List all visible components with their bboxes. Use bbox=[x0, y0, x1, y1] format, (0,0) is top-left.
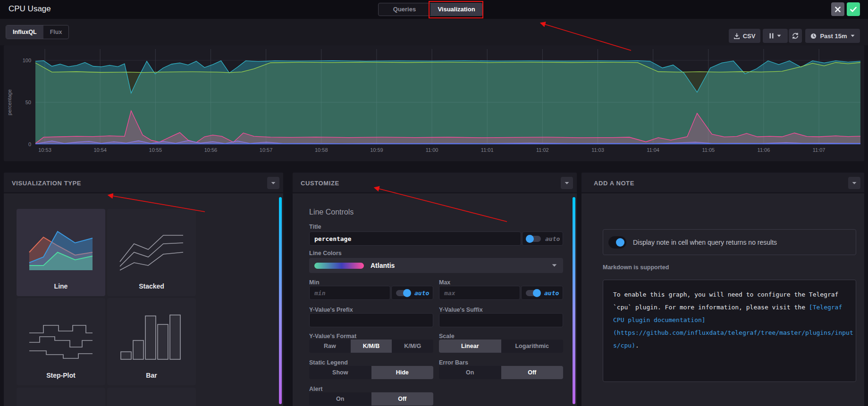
option-k-m-g[interactable]: K/M/G bbox=[392, 340, 433, 353]
close-icon bbox=[835, 7, 841, 12]
csv-download-button[interactable]: CSV bbox=[729, 29, 760, 43]
editor-tabs: QueriesVisualization bbox=[378, 3, 483, 16]
svg-text:11:04: 11:04 bbox=[647, 147, 659, 153]
add-note-panel: ADD A NOTE Display note in cell when que… bbox=[581, 173, 864, 406]
query-language-flux[interactable]: Flux bbox=[43, 25, 69, 39]
static-legend-label: Static Legend bbox=[309, 359, 348, 366]
note-plain-text: To enable this graph, you will need to c… bbox=[613, 291, 838, 311]
customize-header: CUSTOMIZE bbox=[293, 173, 577, 193]
pause-icon bbox=[769, 33, 774, 39]
option-k-m-b[interactable]: K/M/B bbox=[351, 340, 392, 353]
toggle-track bbox=[527, 236, 541, 242]
refresh-button[interactable] bbox=[789, 29, 802, 43]
svg-text:10:57: 10:57 bbox=[260, 147, 273, 153]
pause-refresh-dropdown-button[interactable] bbox=[763, 29, 788, 43]
viz-type-label: Bar bbox=[107, 372, 196, 379]
svg-text:percentage: percentage bbox=[7, 89, 12, 115]
chevron-down-icon bbox=[271, 182, 276, 185]
auto-label: auto bbox=[544, 290, 559, 297]
svg-text:11:00: 11:00 bbox=[426, 147, 438, 153]
time-series-chart[interactable]: 05010010:5310:5410:5510:5610:5710:5810:5… bbox=[4, 45, 864, 161]
title-input[interactable] bbox=[309, 232, 521, 246]
caret-down-icon bbox=[777, 34, 781, 37]
display-note-toggle[interactable] bbox=[608, 236, 626, 249]
chevron-down-icon bbox=[852, 182, 857, 185]
query-language-switcher: InfluxQLFlux bbox=[6, 25, 69, 39]
markdown-hint: Markdown is supported bbox=[603, 264, 669, 271]
option-logarithmic[interactable]: Logarithmic bbox=[501, 340, 564, 353]
option-off[interactable]: Off bbox=[371, 392, 434, 406]
caret-down-icon bbox=[851, 34, 855, 37]
chevron-down-icon bbox=[565, 182, 569, 185]
svg-text:10:59: 10:59 bbox=[370, 147, 383, 153]
close-button[interactable] bbox=[831, 2, 844, 16]
refresh-icon bbox=[792, 33, 799, 39]
selected-palette-label: Atlantis bbox=[371, 262, 395, 269]
y-value-format-segmented: RawK/M/BK/M/G bbox=[309, 340, 433, 353]
time-range-label: Past 15m bbox=[820, 33, 847, 40]
option-on[interactable]: On bbox=[439, 366, 501, 379]
viz-type-card-stacked[interactable]: Stacked bbox=[107, 209, 196, 296]
customize-panel: CUSTOMIZE Line Controls Title auto Line … bbox=[293, 173, 577, 406]
csv-button-label: CSV bbox=[743, 33, 756, 40]
visualization-type-panel: VISUALIZATION TYPE Line Stacked bbox=[4, 173, 283, 406]
min-auto-toggle[interactable]: auto bbox=[391, 286, 433, 300]
collapse-panel-button[interactable] bbox=[267, 177, 279, 189]
line-colors-dropdown[interactable]: Atlantis bbox=[309, 258, 563, 273]
max-auto-toggle[interactable]: auto bbox=[521, 286, 563, 300]
y-prefix-label: Y-Value's Prefix bbox=[309, 307, 353, 313]
tab-visualization[interactable]: Visualization bbox=[430, 3, 482, 16]
y-suffix-input[interactable] bbox=[439, 313, 563, 327]
tab-queries[interactable]: Queries bbox=[379, 3, 430, 16]
query-language-influxql[interactable]: InfluxQL bbox=[6, 25, 43, 39]
svg-text:10:54: 10:54 bbox=[93, 147, 107, 153]
svg-text:0: 0 bbox=[28, 141, 31, 147]
alert-label: Alert bbox=[309, 386, 322, 392]
option-raw[interactable]: Raw bbox=[309, 340, 351, 353]
download-icon bbox=[734, 33, 740, 39]
y-prefix-input[interactable] bbox=[309, 313, 433, 327]
auto-label: auto bbox=[414, 290, 429, 297]
title-field-label: Title bbox=[309, 224, 321, 230]
toggle-knob bbox=[616, 238, 624, 247]
viz-type-card-bar[interactable]: Bar bbox=[107, 298, 196, 385]
svg-text:10:58: 10:58 bbox=[315, 147, 328, 153]
viz-type-card-line[interactable]: Line bbox=[17, 209, 105, 296]
svg-text:11:01: 11:01 bbox=[481, 147, 494, 153]
cell-editor-toolbar: InfluxQLFlux CSV Past 15m bbox=[0, 19, 868, 45]
panel-scrollbar[interactable] bbox=[279, 197, 282, 404]
min-input[interactable] bbox=[309, 286, 390, 300]
error-bars-label: Error Bars bbox=[439, 359, 468, 366]
visualization-type-body: Line Stacked Step-Plot bbox=[4, 193, 283, 406]
section-heading: Line Controls bbox=[309, 208, 354, 216]
confirm-button[interactable] bbox=[847, 2, 860, 16]
collapse-panel-button[interactable] bbox=[848, 177, 860, 189]
svg-text:10:53: 10:53 bbox=[38, 147, 51, 153]
customize-body: Line Controls Title auto Line Colors Atl… bbox=[293, 193, 577, 406]
option-show[interactable]: Show bbox=[309, 366, 371, 379]
viz-type-card-step-plot[interactable]: Step-Plot bbox=[17, 298, 105, 385]
option-hide[interactable]: Hide bbox=[371, 366, 434, 379]
note-textarea[interactable]: To enable this graph, you will need to c… bbox=[603, 280, 856, 382]
display-note-toggle-label: Display note in cell when query returns … bbox=[633, 239, 777, 246]
cell-preview-chart: 05010010:5310:5410:5510:5610:5710:5810:5… bbox=[4, 45, 864, 161]
add-note-header: ADD A NOTE bbox=[581, 173, 864, 193]
viz-type-card-partial[interactable] bbox=[17, 388, 105, 406]
title-auto-toggle[interactable]: auto bbox=[522, 232, 563, 246]
visualization-type-header: VISUALIZATION TYPE bbox=[4, 173, 283, 193]
viz-type-label: Line bbox=[17, 282, 105, 290]
option-on[interactable]: On bbox=[309, 392, 371, 406]
option-linear[interactable]: Linear bbox=[439, 340, 501, 353]
svg-text:10:56: 10:56 bbox=[204, 147, 218, 153]
time-range-dropdown[interactable]: Past 15m bbox=[805, 29, 860, 43]
max-input[interactable] bbox=[439, 286, 520, 300]
panel-title: ADD A NOTE bbox=[594, 180, 634, 187]
line-colors-label: Line Colors bbox=[309, 250, 342, 257]
collapse-panel-button[interactable] bbox=[561, 177, 573, 189]
color-gradient-swatch bbox=[314, 263, 364, 269]
add-note-body: Display note in cell when query returns … bbox=[581, 193, 864, 406]
viz-type-card-partial[interactable] bbox=[107, 388, 196, 406]
option-off[interactable]: Off bbox=[501, 366, 564, 379]
y-suffix-label: Y-Value's Suffix bbox=[439, 307, 483, 313]
panel-scrollbar[interactable] bbox=[573, 197, 575, 404]
